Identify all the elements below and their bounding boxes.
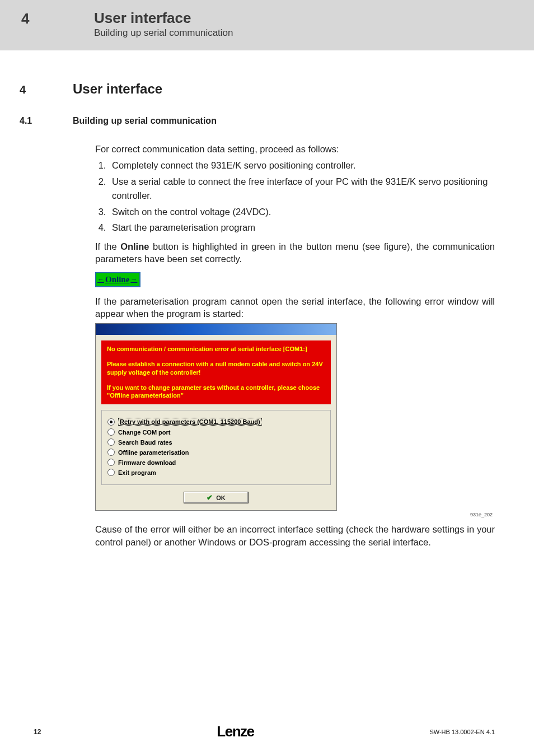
dialog-error-line1: No communication / communication error a… [107,345,325,353]
subsection-heading-row: 4.1 Building up serial communication [73,116,495,126]
step-item: Completely connect the 931E/K servo posi… [109,158,495,172]
arrow-right-icon: → [130,276,137,284]
dialog-options-group: Retry with old parameters (COM1, 115200 … [101,410,331,485]
radio-icon [107,418,115,426]
online-button-graphic: ← Online → [95,272,140,287]
subsection-title: Building up serial communication [73,116,217,126]
online-button-label: Online [105,275,129,284]
dialog-error-line3: If you want to change parameter sets wit… [107,384,325,400]
header-chapter-number: 4 [0,10,94,27]
content-area: 4 User interface 4.1 Building up serial … [0,50,534,548]
cause-paragraph: Cause of the error will either be an inc… [95,523,495,548]
dialog-option-label: Change COM port [118,429,171,436]
dialog-option[interactable]: Exit program [107,469,325,476]
dialog-option-label: Firmware download [118,459,176,466]
dialog-error-box: No communication / communication error a… [101,340,331,404]
subsection-number: 4.1 [20,116,73,126]
step-item: Use a serial cable to connect the free i… [109,175,495,203]
intro-paragraph: For correct communication data setting, … [95,143,495,155]
dialog-option-label: Retry with old parameters (COM1, 115200 … [118,418,262,426]
step-item: Start the parameterisation program [109,221,495,235]
body-block: For correct communication data setting, … [95,143,495,548]
dialog-option-label: Search Baud rates [118,439,172,446]
steps-list: Completely connect the 931E/K servo posi… [95,158,495,235]
header-title: User interface [94,10,233,26]
radio-icon [107,449,115,456]
dialog-option[interactable]: Search Baud rates [107,438,325,446]
figure-reference: 931e_202 [95,512,493,517]
header-subtitle: Building up serial communication [94,27,233,39]
radio-icon [107,438,115,446]
radio-icon [107,428,115,436]
page-root: 4 User interface Building up serial comm… [0,0,534,756]
page-footer: 12 Lenze SW-HB 13.0002-EN 4.1 [0,723,534,740]
error-dialog: No communication / communication error a… [95,323,337,511]
online-button-inner: ← Online → [97,275,137,284]
dialog-titlebar [96,324,336,335]
check-icon: ✔ [207,493,213,502]
section-heading-row: 4 User interface [73,81,495,97]
document-id: SW-HB 13.0002-EN 4.1 [429,729,495,735]
section-number: 4 [20,83,73,96]
dialog-ok-button[interactable]: ✔ OK [184,492,249,503]
error-paragraph: If the parameterisation program cannot o… [95,295,495,320]
dialog-option[interactable]: Firmware download [107,459,325,466]
dialog-option-label: Offline parameterisation [118,449,189,456]
text-fragment: If the [95,241,120,251]
header-titles: User interface Building up serial commun… [94,10,233,39]
online-bold: Online [120,241,149,251]
dialog-option[interactable]: Offline parameterisation [107,449,325,456]
dialog-ok-row: ✔ OK [96,492,336,510]
brand-logo: Lenze [217,723,254,740]
dialog-option[interactable]: Retry with old parameters (COM1, 115200 … [107,418,325,426]
dialog-ok-label: OK [216,494,226,501]
text-fragment: button is highlighted in green in the bu… [95,241,495,264]
section-title: User interface [73,81,162,97]
arrow-left-icon: ← [97,276,104,284]
page-number: 12 [34,728,41,736]
dialog-option-label: Exit program [118,469,156,476]
radio-icon [107,469,115,476]
dialog-error-line2: Please establish a connection with a nul… [107,360,325,377]
dialog-option[interactable]: Change COM port [107,428,325,436]
page-header: 4 User interface Building up serial comm… [0,0,534,50]
radio-icon [107,459,115,466]
step-item: Switch on the control voltage (24VDC). [109,205,495,219]
online-paragraph: If the Online button is highlighted in g… [95,240,495,265]
